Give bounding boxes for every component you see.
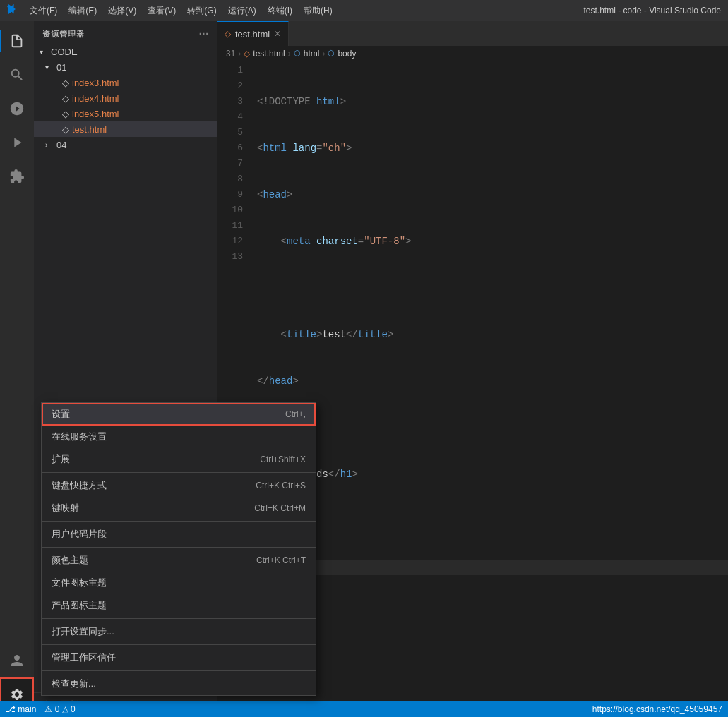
file-index3-label: index3.html bbox=[72, 78, 119, 88]
menu-keymaps-shortcut: Ctrl+K Ctrl+M bbox=[254, 503, 306, 513]
tab-file-icon: ◇ bbox=[225, 29, 231, 39]
code-line-13: </html> bbox=[257, 653, 728, 668]
menu-keymaps[interactable]: 键映射 Ctrl+K Ctrl+M bbox=[42, 497, 316, 519]
menu-color-theme[interactable]: 颜色主题 Ctrl+K Ctrl+T bbox=[42, 549, 316, 572]
menu-divider-5 bbox=[42, 644, 316, 645]
menu-settings-sync-label: 打开设置同步... bbox=[52, 625, 114, 638]
code-line-12: </body> bbox=[257, 606, 728, 622]
statusbar-right: https://blog.csdn.net/qq_45059457 bbox=[592, 704, 722, 714]
code-line-10: aaa bbox=[257, 513, 728, 529]
menu-settings-shortcut: Ctrl+, bbox=[285, 409, 306, 419]
code-line-6: <title>test</title> bbox=[257, 327, 728, 342]
menu-color-theme-shortcut: Ctrl+K Ctrl+T bbox=[256, 555, 306, 565]
tree-file-test[interactable]: ◇ test.html bbox=[34, 121, 217, 137]
menu-help[interactable]: 帮助(H) bbox=[298, 2, 338, 20]
menu-settings-label: 设置 bbox=[52, 408, 70, 421]
tree-folder-01[interactable]: ▾ 01 bbox=[34, 59, 217, 75]
menu-product-icon-theme[interactable]: 产品图标主题 bbox=[42, 594, 316, 617]
breadcrumb-filename[interactable]: test.html bbox=[253, 49, 285, 59]
tree-root-code[interactable]: ▾ CODE bbox=[34, 44, 217, 59]
activity-run[interactable] bbox=[0, 126, 34, 159]
menu-online-services[interactable]: 在线服务设置 bbox=[42, 426, 316, 448]
menu-edit[interactable]: 编辑(E) bbox=[63, 2, 102, 20]
breadcrumb-filetype-icon: ◇ bbox=[244, 49, 250, 59]
tab-label: test.html bbox=[235, 29, 270, 40]
code-line-1: <!DOCTYPE html> bbox=[257, 94, 728, 109]
activity-git[interactable] bbox=[0, 92, 34, 126]
menu-file[interactable]: 文件(F) bbox=[24, 2, 63, 20]
menu-user-snippets-label: 用户代码片段 bbox=[52, 528, 107, 541]
statusbar-url: https://blog.csdn.net/qq_45059457 bbox=[592, 704, 722, 714]
menu-terminal[interactable]: 终端(I) bbox=[262, 2, 298, 20]
breadcrumb-line: 31 bbox=[226, 49, 235, 59]
breadcrumb-html[interactable]: html bbox=[304, 49, 320, 59]
tree-file-index5[interactable]: ◇ index5.html bbox=[34, 106, 217, 121]
menu-goto[interactable]: 转到(G) bbox=[181, 2, 222, 20]
menu-extensions-shortcut: Ctrl+Shift+X bbox=[260, 454, 306, 464]
tree-file-index4[interactable]: ◇ index4.html bbox=[34, 90, 217, 106]
collapse-arrow-04: › bbox=[45, 141, 56, 149]
html-file-icon: ◇ bbox=[62, 109, 69, 119]
menu-view[interactable]: 查看(V) bbox=[142, 2, 181, 20]
breadcrumb-html-icon: ⬡ bbox=[294, 49, 301, 58]
menu-workspace-trust-label: 管理工作区信任 bbox=[52, 651, 116, 664]
sidebar-header: 资源管理器 ··· bbox=[34, 21, 217, 44]
menu-keymaps-label: 键映射 bbox=[52, 502, 79, 514]
tab-close-button[interactable]: ✕ bbox=[274, 29, 281, 39]
code-line-9: <h1>yyds</h1> bbox=[257, 466, 728, 482]
collapse-arrow: ▾ bbox=[40, 48, 51, 56]
activity-account[interactable] bbox=[0, 644, 34, 677]
html-file-icon: ◇ bbox=[62, 124, 69, 135]
code-line-4: <meta charset="UTF-8"> bbox=[257, 234, 728, 249]
titlebar: 文件(F) 编辑(E) 选择(V) 查看(V) 转到(G) 运行(A) 终端(I… bbox=[0, 0, 728, 21]
folder-04-label: 04 bbox=[56, 140, 66, 150]
menu-keyboard-shortcuts-shortcut: Ctrl+K Ctrl+S bbox=[256, 481, 306, 490]
settings-menu: 设置 Ctrl+, 在线服务设置 扩展 Ctrl+Shift+X 键盘快捷方式 … bbox=[41, 402, 316, 696]
activity-explorer[interactable] bbox=[0, 24, 34, 58]
menu-user-snippets[interactable]: 用户代码片段 bbox=[42, 523, 316, 546]
folder-01-label: 01 bbox=[56, 62, 66, 73]
vscode-logo bbox=[7, 4, 18, 18]
statusbar-errors[interactable]: ⚠ 0 △ 0 bbox=[44, 704, 75, 714]
file-index4-label: index4.html bbox=[72, 93, 119, 104]
tree-file-index3[interactable]: ◇ index3.html bbox=[34, 75, 217, 90]
breadcrumb-body[interactable]: body bbox=[338, 49, 356, 59]
statusbar: ⎇ main ⚠ 0 △ 0 https://blog.csdn.net/qq_… bbox=[0, 701, 728, 717]
menu-check-updates-label: 检查更新... bbox=[52, 677, 96, 690]
statusbar-branch[interactable]: ⎇ main bbox=[6, 704, 36, 714]
menu-keyboard-shortcuts-label: 键盘快捷方式 bbox=[52, 479, 107, 492]
menu-divider-2 bbox=[42, 521, 316, 522]
statusbar-left: ⎇ main ⚠ 0 △ 0 bbox=[6, 704, 76, 714]
code-line-5 bbox=[257, 280, 728, 296]
code-content[interactable]: <!DOCTYPE html> <html lang="ch"> <head> … bbox=[250, 61, 728, 717]
code-line-8: <body> bbox=[257, 420, 728, 435]
html-file-icon: ◇ bbox=[62, 93, 69, 104]
tab-test-html[interactable]: ◇ test.html ✕ bbox=[217, 21, 289, 46]
menu-settings-sync[interactable]: 打开设置同步... bbox=[42, 620, 316, 643]
window-title: test.html - code - Visual Studio Code bbox=[583, 6, 721, 16]
html-file-icon: ◇ bbox=[62, 78, 69, 88]
activity-bar bbox=[0, 21, 34, 717]
menu-extensions[interactable]: 扩展 Ctrl+Shift+X bbox=[42, 448, 316, 471]
activity-search[interactable] bbox=[0, 58, 34, 92]
menu-divider-6 bbox=[42, 670, 316, 671]
breadcrumb: 31 › ◇ test.html › ⬡ html › ⬡ body bbox=[217, 46, 728, 61]
collapse-arrow-01: ▾ bbox=[45, 64, 56, 71]
activity-extensions[interactable] bbox=[0, 159, 34, 193]
menu-run[interactable]: 运行(A) bbox=[222, 2, 262, 20]
menu-product-icon-theme-label: 产品图标主题 bbox=[52, 599, 107, 612]
menu-divider-4 bbox=[42, 618, 316, 619]
menu-divider-3 bbox=[42, 547, 316, 548]
tree-folder-04[interactable]: › 04 bbox=[34, 137, 217, 152]
file-test-label: test.html bbox=[72, 124, 107, 135]
menu-workspace-trust[interactable]: 管理工作区信任 bbox=[42, 646, 316, 669]
code-line-11: aaaa bbox=[257, 560, 728, 575]
menu-settings[interactable]: 设置 Ctrl+, bbox=[42, 403, 316, 426]
menu-online-services-label: 在线服务设置 bbox=[52, 430, 107, 443]
breadcrumb-body-icon: ⬡ bbox=[328, 49, 335, 58]
menu-keyboard-shortcuts[interactable]: 键盘快捷方式 Ctrl+K Ctrl+S bbox=[42, 474, 316, 497]
sidebar-action-more[interactable]: ··· bbox=[199, 28, 209, 40]
menu-select[interactable]: 选择(V) bbox=[102, 2, 142, 20]
menu-check-updates[interactable]: 检查更新... bbox=[42, 673, 316, 695]
menu-file-icon-theme[interactable]: 文件图标主题 bbox=[42, 572, 316, 594]
